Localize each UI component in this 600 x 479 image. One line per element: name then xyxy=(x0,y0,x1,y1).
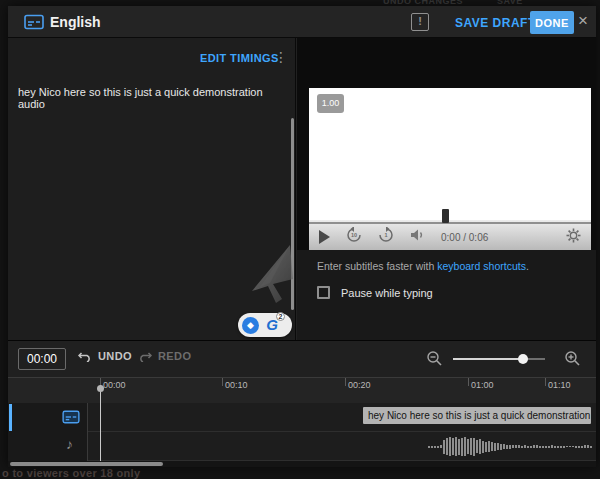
ruler-tick: 00:10 xyxy=(222,378,223,386)
waveform-bar xyxy=(572,446,574,447)
redo-icon xyxy=(138,350,152,362)
zoom-slider-thumb[interactable] xyxy=(518,354,528,364)
zoom-out-icon[interactable] xyxy=(426,350,443,371)
modal-title: English xyxy=(50,14,101,30)
waveform-bar xyxy=(569,446,571,447)
waveform-bar xyxy=(533,445,535,448)
subtitle-track-icon xyxy=(62,410,80,428)
waveform-bar xyxy=(497,443,499,450)
waveform-bar xyxy=(551,445,553,448)
helper-text: Enter subtitles faster with keyboard sho… xyxy=(317,260,529,272)
audio-track-gutter: ♪ xyxy=(8,432,88,461)
waveform-bar xyxy=(428,446,430,448)
ruler-tick-label: 01:10 xyxy=(548,380,571,390)
playhead-handle[interactable] xyxy=(97,385,104,392)
waveform-bar xyxy=(467,439,469,454)
kebab-menu-icon[interactable]: ⋮ xyxy=(274,49,288,65)
undo-button[interactable]: UNDO xyxy=(78,350,132,362)
waveform-bar xyxy=(464,437,466,456)
edit-timings-button[interactable]: EDIT TIMINGS xyxy=(200,52,279,64)
waveform-bar xyxy=(473,438,475,456)
extension-badge: 2 xyxy=(276,312,285,321)
transcript-panel: EDIT TIMINGS ⋮ hey Nico here so this is … xyxy=(8,38,296,340)
ruler-tick-label: 00:20 xyxy=(348,380,371,390)
video-controls-bar: 10 1 0:00 / 0:06 xyxy=(309,220,591,250)
timecode-input[interactable]: 00:00 xyxy=(18,348,66,370)
waveform-bar xyxy=(437,446,439,448)
cursor-artifact-graphic xyxy=(246,243,298,313)
waveform-bar xyxy=(503,444,505,449)
waveform-bar xyxy=(494,443,496,451)
timeline-ruler[interactable]: 00:0000:1000:2001:0001:10 xyxy=(8,377,596,403)
browser-extension-widget: ◆ G2 xyxy=(238,313,292,337)
screen: UNDO CHANGES SAVE o to viewers over 18 o… xyxy=(0,0,600,479)
time-display: 0:00 / 0:06 xyxy=(441,232,488,243)
timeline-scrollbar-thumb[interactable] xyxy=(10,462,163,466)
subtitle-track-row[interactable]: hey Nico here so this is just a quick de… xyxy=(8,403,596,432)
waveform-bar xyxy=(590,446,592,448)
ruler-tick: 01:00 xyxy=(468,378,469,386)
redo-button[interactable]: REDO xyxy=(138,350,191,362)
waveform-bar xyxy=(515,445,517,448)
timeline-tracks: hey Nico here so this is just a quick de… xyxy=(8,403,596,461)
helper-section: Enter subtitles faster with keyboard sho… xyxy=(297,250,596,340)
extension-g-icon[interactable]: G2 xyxy=(262,315,282,335)
waveform-bar xyxy=(539,446,541,448)
volume-icon[interactable] xyxy=(410,228,427,246)
waveform-bar xyxy=(578,446,580,448)
video-player[interactable]: 1.00 10 1 xyxy=(309,88,591,250)
waveform-bar xyxy=(485,442,487,452)
pause-while-typing-checkbox[interactable] xyxy=(317,286,330,299)
waveform-bar xyxy=(560,446,562,448)
ruler-tick-label: 00:00 xyxy=(103,380,126,390)
timeline-playhead[interactable] xyxy=(100,385,101,461)
audio-track-row[interactable]: ♪ xyxy=(8,432,596,461)
settings-gear-icon[interactable] xyxy=(566,228,581,247)
keyboard-shortcuts-link[interactable]: keyboard shortcuts xyxy=(437,260,526,272)
forward-icon[interactable]: 1 xyxy=(378,227,394,247)
waveform-bar xyxy=(557,446,559,448)
waveform-bar xyxy=(542,446,544,448)
waveform-bar xyxy=(527,446,529,448)
ruler-tick-label: 01:00 xyxy=(471,380,494,390)
waveform-bar xyxy=(455,437,457,456)
waveform-bar xyxy=(440,445,442,448)
rewind-10-icon[interactable]: 10 xyxy=(346,227,362,247)
zoom-slider[interactable] xyxy=(453,358,545,361)
waveform-bar xyxy=(452,438,454,455)
zoom-slider-track-filled xyxy=(453,358,523,360)
waveform-bar xyxy=(554,446,556,448)
music-note-icon: ♪ xyxy=(66,436,73,452)
playback-speed-badge[interactable]: 1.00 xyxy=(317,94,344,113)
waveform-bar xyxy=(581,446,583,448)
timeline-horizontal-scrollbar xyxy=(8,461,596,467)
waveform-bar xyxy=(500,444,502,450)
waveform-bar xyxy=(476,440,478,453)
waveform-bar xyxy=(461,438,463,456)
subtitles-icon xyxy=(24,14,44,34)
subtitle-text-field[interactable]: hey Nico here so this is just a quick de… xyxy=(18,86,278,110)
play-button[interactable] xyxy=(319,230,330,244)
save-draft-button[interactable]: SAVE DRAFT xyxy=(455,16,536,30)
waveform-bar xyxy=(470,438,472,455)
waveform-bar xyxy=(548,446,550,448)
waveform-bar xyxy=(506,445,508,449)
pause-while-typing-row[interactable]: Pause while typing xyxy=(317,286,433,299)
close-icon[interactable]: × xyxy=(578,11,588,31)
background-age-restriction-remnant: o to viewers over 18 only xyxy=(2,467,140,479)
subtitle-clip[interactable]: hey Nico here so this is just a quick de… xyxy=(363,407,591,424)
waveform-bar xyxy=(575,446,577,448)
audio-waveform xyxy=(428,435,596,458)
video-scrubber-thumb[interactable] xyxy=(442,209,449,223)
feedback-icon[interactable]: ! xyxy=(411,13,429,31)
subtitle-editor-modal: English ! SAVE DRAFT DONE × EDIT TIMINGS… xyxy=(8,6,596,466)
extension-pin-icon[interactable]: ◆ xyxy=(242,317,259,334)
waveform-bar xyxy=(491,442,493,451)
undo-icon xyxy=(78,350,92,362)
zoom-in-icon[interactable] xyxy=(564,350,581,371)
done-button[interactable]: DONE xyxy=(530,11,574,34)
waveform-bar xyxy=(458,439,460,455)
modal-header: English ! SAVE DRAFT DONE × xyxy=(8,6,596,38)
waveform-bar xyxy=(518,445,520,448)
waveform-bar xyxy=(584,445,586,448)
